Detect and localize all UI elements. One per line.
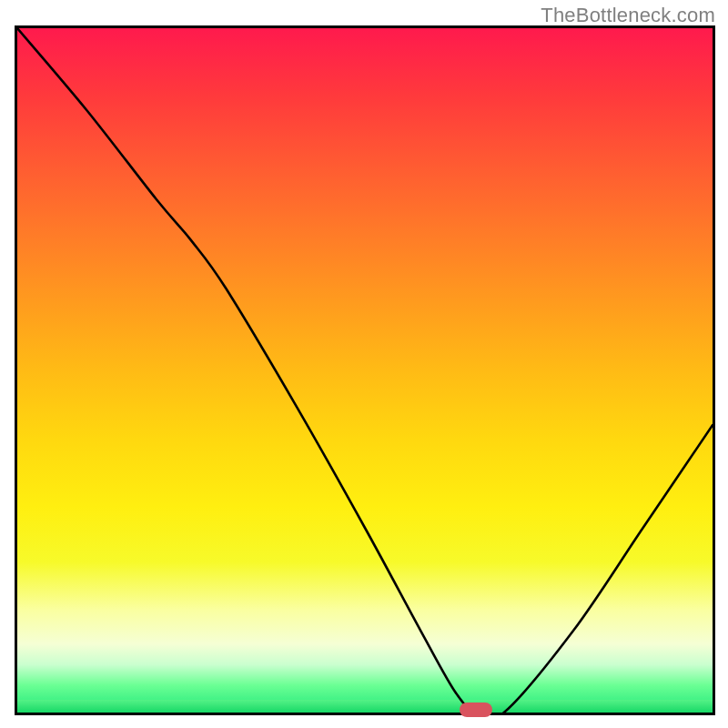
plot-area — [15, 25, 715, 715]
optimal-marker — [460, 703, 492, 717]
chart-frame: TheBottleneck.com — [0, 0, 728, 728]
watermark-text: TheBottleneck.com — [541, 4, 715, 27]
bottleneck-curve — [17, 28, 713, 713]
